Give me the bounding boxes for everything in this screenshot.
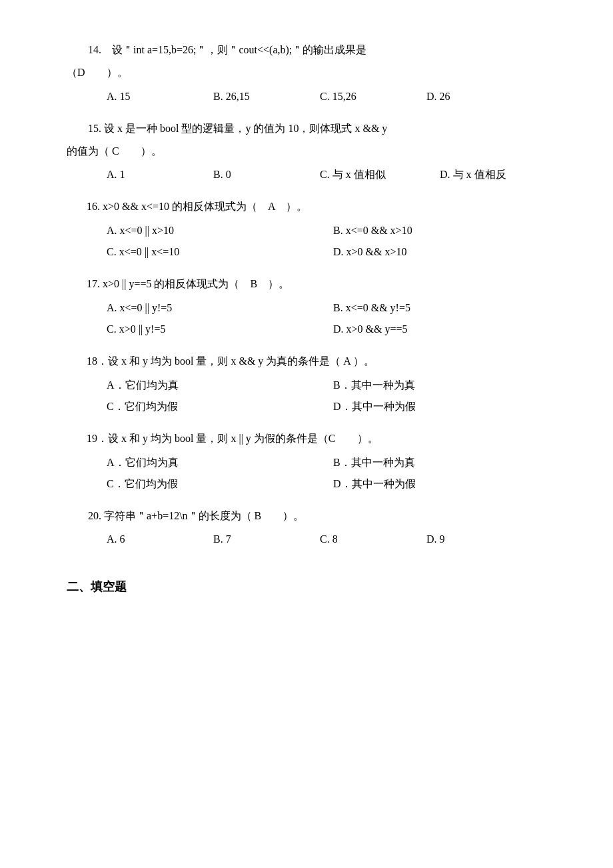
q18-text: 18．设 x 和 y 均为 bool 量，则 x && y 为真的条件是（ A … bbox=[87, 351, 560, 371]
section-2-title: 二、填空题 bbox=[67, 576, 560, 597]
q15-options: A. 1 B. 0 C. 与 x 值相似 D. 与 x 值相反 bbox=[107, 165, 560, 185]
q16-option-d: D. x>0 && x>10 bbox=[333, 243, 560, 262]
q17-option-c: C. x>0 || y!=5 bbox=[107, 320, 333, 339]
question-17: 17. x>0 || y==5 的相反体现式为（ B ）。 A. x<=0 ||… bbox=[67, 274, 560, 339]
q20-options: A. 6 B. 7 C. 8 D. 9 bbox=[107, 530, 560, 549]
q16-option-b: B. x<=0 && x>10 bbox=[333, 221, 560, 241]
q17-option-b: B. x<=0 && y!=5 bbox=[333, 299, 560, 318]
q18-option-a: A．它们均为真 bbox=[107, 376, 333, 395]
question-18: 18．设 x 和 y 均为 bool 量，则 x && y 为真的条件是（ A … bbox=[67, 351, 560, 417]
question-20: 20. 字符串＂a+b=12\n＂的长度为（ B ）。 A. 6 B. 7 C.… bbox=[67, 506, 560, 549]
q15-answer: 的值为（ C ）。 bbox=[67, 141, 560, 161]
q16-option-a: A. x<=0 || x>10 bbox=[107, 221, 333, 241]
q19-option-a: A．它们均为真 bbox=[107, 453, 333, 473]
q14-text: 14. 设＂int a=15,b=26;＂，则＂cout<<(a,b);＂的输出… bbox=[67, 40, 560, 60]
question-16: 16. x>0 && x<=10 的相反体现式为（ A ）。 A. x<=0 |… bbox=[67, 197, 560, 262]
q14-option-d: D. 26 bbox=[426, 87, 506, 107]
q19-option-c: C．它们均为假 bbox=[107, 475, 333, 494]
q15-option-a: A. 1 bbox=[107, 165, 187, 185]
q16-option-c: C. x<=0 || x<=10 bbox=[107, 243, 333, 262]
q20-option-c: C. 8 bbox=[320, 530, 400, 549]
q15-text: 15. 设 x 是一种 bool 型的逻辑量，y 的值为 10，则体现式 x &… bbox=[67, 119, 560, 139]
q19-options: A．它们均为真 B．其中一种为真 C．它们均为假 D．其中一种为假 bbox=[107, 453, 560, 495]
q14-option-c: C. 15,26 bbox=[320, 87, 400, 107]
q14-option-b: B. 26,15 bbox=[213, 87, 293, 107]
q17-options: A. x<=0 || y!=5 B. x<=0 && y!=5 C. x>0 |… bbox=[107, 299, 560, 340]
question-14: 14. 设＂int a=15,b=26;＂，则＂cout<<(a,b);＂的输出… bbox=[67, 40, 560, 107]
q15-option-d: D. 与 x 值相反 bbox=[440, 165, 520, 185]
q14-option-a: A. 15 bbox=[107, 87, 187, 107]
question-19: 19．设 x 和 y 均为 bool 量，则 x || y 为假的条件是（C ）… bbox=[67, 429, 560, 494]
q19-option-d: D．其中一种为假 bbox=[333, 475, 560, 494]
q19-option-b: B．其中一种为真 bbox=[333, 453, 560, 473]
q18-option-c: C．它们均为假 bbox=[107, 397, 333, 417]
q17-option-d: D. x>0 && y==5 bbox=[333, 320, 560, 339]
question-15: 15. 设 x 是一种 bool 型的逻辑量，y 的值为 10，则体现式 x &… bbox=[67, 119, 560, 185]
q14-options: A. 15 B. 26,15 C. 15,26 D. 26 bbox=[107, 87, 560, 107]
q16-options: A. x<=0 || x>10 B. x<=0 && x>10 C. x<=0 … bbox=[107, 221, 560, 263]
q20-text: 20. 字符串＂a+b=12\n＂的长度为（ B ）。 bbox=[67, 506, 560, 526]
q16-text: 16. x>0 && x<=10 的相反体现式为（ A ）。 bbox=[87, 197, 560, 217]
q17-option-a: A. x<=0 || y!=5 bbox=[107, 299, 333, 318]
q15-option-b: B. 0 bbox=[213, 165, 293, 185]
q20-option-b: B. 7 bbox=[213, 530, 293, 549]
q18-option-b: B．其中一种为真 bbox=[333, 376, 560, 395]
q17-text: 17. x>0 || y==5 的相反体现式为（ B ）。 bbox=[87, 274, 560, 294]
q20-option-a: A. 6 bbox=[107, 530, 187, 549]
q19-text: 19．设 x 和 y 均为 bool 量，则 x || y 为假的条件是（C ）… bbox=[87, 429, 560, 449]
q15-option-c: C. 与 x 值相似 bbox=[320, 165, 413, 185]
q20-option-d: D. 9 bbox=[426, 530, 506, 549]
q18-options: A．它们均为真 B．其中一种为真 C．它们均为假 D．其中一种为假 bbox=[107, 376, 560, 417]
q14-answer: （D ）。 bbox=[67, 63, 560, 83]
q18-option-d: D．其中一种为假 bbox=[333, 397, 560, 417]
